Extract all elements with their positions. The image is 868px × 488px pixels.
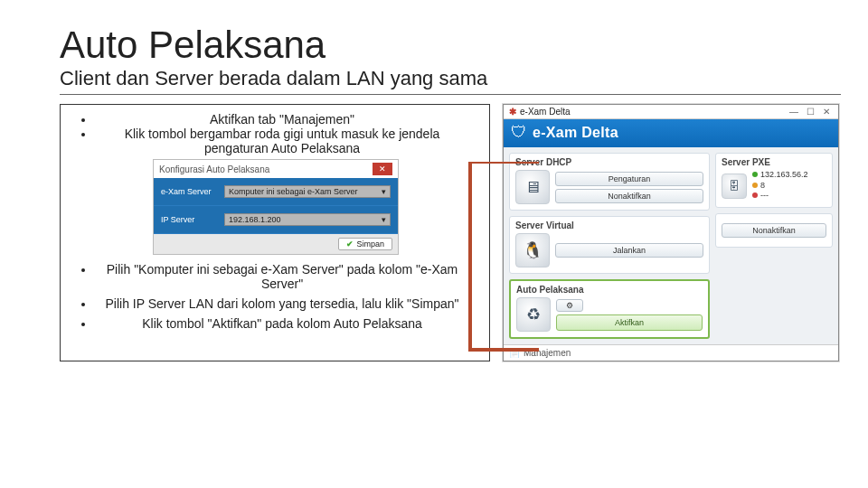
instruction-item: Pilih "Komputer ini sebagai e-Xam Server… <box>95 262 469 291</box>
minimize-icon[interactable]: — <box>788 107 800 117</box>
panel-title: Server PXE <box>722 157 826 167</box>
app-footer: 📄 Manajemen <box>504 344 838 361</box>
config-row-server: e-Xam Server Komputer ini sebagai e-Xam … <box>154 178 398 206</box>
panel-title: Server DHCP <box>515 157 703 167</box>
check-icon: ✔ <box>346 239 354 249</box>
panel-title: Auto Pelaksana <box>516 285 703 295</box>
aktifkan-button[interactable]: Aktifkan <box>556 314 703 331</box>
app-content: Server DHCP 🖥 Pengaturan Nonaktifkan Ser… <box>504 147 838 344</box>
penguin-icon: 🐧 <box>515 233 550 267</box>
page-subtitle: Client dan Server berada dalam LAN yang … <box>60 67 841 95</box>
panel-virtual: Server Virtual 🐧 Jalankan <box>509 216 710 274</box>
instruction-item: Klik tombol "Aktifkan" pada kolom Auto P… <box>95 316 469 331</box>
config-title: Konfigurasi Auto Pelaksana <box>159 164 269 174</box>
app-col-left: Server DHCP 🖥 Pengaturan Nonaktifkan Ser… <box>509 153 710 339</box>
panel-pxe: Server PXE 🗄 132.163.56.2 8 --- <box>715 153 833 208</box>
brand-icon: 🛡 <box>511 123 527 142</box>
close-icon[interactable]: ✕ <box>820 107 833 117</box>
config-titlebar: Konfigurasi Auto Pelaksana ✕ <box>154 160 398 178</box>
jalankan-button[interactable]: Jalankan <box>555 243 703 258</box>
nonaktifkan-button[interactable]: Nonaktifkan <box>555 189 703 203</box>
server-icon: 🗄 <box>722 174 747 199</box>
pxe-info: 132.163.56.2 8 --- <box>752 170 808 202</box>
app-titlebar: ✱ e-Xam Delta — ☐ ✕ <box>504 105 838 119</box>
status-dot-red <box>752 192 758 198</box>
tab-manajemen[interactable]: Manajemen <box>524 348 571 358</box>
right-panel: ✱ e-Xam Delta — ☐ ✕ 🛡 e-Xam Delta Server… <box>503 104 839 361</box>
app-col-right: Server PXE 🗄 132.163.56.2 8 --- Nonaktif… <box>715 153 833 339</box>
nonaktifkan-button[interactable]: Nonaktifkan <box>722 223 826 238</box>
ip-server-select[interactable]: 192.168.1.200 ▾ <box>224 213 391 226</box>
gear-icon: ⚙ <box>566 301 573 310</box>
monitor-icon: 🖥 <box>515 170 550 204</box>
pengaturan-button[interactable]: Pengaturan <box>555 172 703 186</box>
app-window: ✱ e-Xam Delta — ☐ ✕ 🛡 e-Xam Delta Server… <box>503 104 839 361</box>
config-row-ip: IP Server 192.168.1.200 ▾ <box>154 206 398 234</box>
panel-auto-pelaksana: Auto Pelaksana ♻ ⚙ Aktifkan <box>509 279 710 339</box>
tab-icon: 📄 <box>509 348 520 358</box>
gear-button[interactable]: ⚙ <box>556 299 583 312</box>
panel-virtual-right: Nonaktifkan <box>715 213 833 248</box>
select-value: Komputer ini sebagai e-Xam Server <box>229 187 358 196</box>
save-button[interactable]: ✔ Simpan <box>338 238 392 250</box>
chevron-down-icon: ▾ <box>382 187 386 196</box>
instruction-item: Klik tombol bergambar roda gigi untuk ma… <box>95 127 469 155</box>
panel-dhcp: Server DHCP 🖥 Pengaturan Nonaktifkan <box>509 153 710 211</box>
instruction-item: Aktifkan tab "Manajemen" <box>95 112 469 127</box>
maximize-icon[interactable]: ☐ <box>804 107 816 117</box>
config-footer: ✔ Simpan <box>154 234 398 254</box>
exam-server-select[interactable]: Komputer ini sebagai e-Xam Server ▾ <box>224 185 391 198</box>
app-header: 🛡 e-Xam Delta <box>504 119 838 147</box>
close-icon[interactable]: ✕ <box>373 163 392 175</box>
page-title: Auto Pelaksana <box>60 25 841 65</box>
instructions-bottom: Pilih "Komputer ini sebagai e-Xam Server… <box>71 262 480 331</box>
content-columns: Aktifkan tab "Manajemen" Klik tombol ber… <box>60 104 841 361</box>
app-icon: ✱ <box>509 107 516 117</box>
panel-title: Server Virtual <box>515 221 703 230</box>
left-panel: Aktifkan tab "Manajemen" Klik tombol ber… <box>60 104 490 361</box>
chevron-down-icon: ▾ <box>382 215 386 224</box>
cycle-icon: ♻ <box>516 297 551 332</box>
config-window: Konfigurasi Auto Pelaksana ✕ e-Xam Serve… <box>153 159 399 255</box>
app-title: e-Xam Delta <box>520 107 571 117</box>
save-label: Simpan <box>356 239 384 249</box>
config-body: e-Xam Server Komputer ini sebagai e-Xam … <box>154 178 398 234</box>
instructions-top: Aktifkan tab "Manajemen" Klik tombol ber… <box>71 112 480 155</box>
row-label: e-Xam Server <box>161 187 224 196</box>
select-value: 192.168.1.200 <box>229 215 281 224</box>
status-dot-orange <box>752 183 758 188</box>
row-label: IP Server <box>161 215 224 224</box>
instruction-item: Pilih IP Server LAN dari kolom yang ters… <box>95 296 469 311</box>
brand-text: e-Xam Delta <box>533 125 618 141</box>
status-dot-green <box>752 172 758 177</box>
